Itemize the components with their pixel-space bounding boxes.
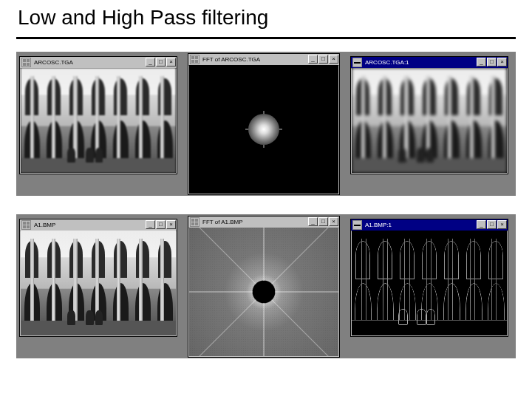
close-button[interactable]: × <box>329 55 338 64</box>
maximize-button[interactable]: □ <box>156 58 166 66</box>
close-button[interactable]: × <box>166 58 176 66</box>
title-underline <box>16 37 516 39</box>
minimize-button[interactable]: _ <box>308 217 318 226</box>
minimize-button[interactable]: _ <box>146 58 155 66</box>
window-fft-highpass: FFT of A1.BMP _ □ × <box>188 216 340 358</box>
window-result-lowpass: ARCOSC.TGA:1 _ □ × <box>350 56 508 174</box>
system-menu-icon[interactable] <box>352 58 362 67</box>
svg-rect-13 <box>191 219 194 222</box>
svg-rect-14 <box>195 219 198 222</box>
titlebar[interactable]: FFT of A1.BMP _ □ × <box>188 216 339 228</box>
svg-rect-6 <box>191 60 194 63</box>
svg-rect-4 <box>191 56 194 59</box>
row-lowpass: ARCOSC.TGA _ □ × FFT of ARCOSC.TGA _ □ <box>16 52 516 196</box>
system-menu-icon[interactable] <box>352 220 362 230</box>
window-fft-lowpass: FFT of ARCOSC.TGA _ □ × <box>188 53 340 195</box>
svg-rect-12 <box>27 225 30 228</box>
minimize-button[interactable]: _ <box>477 220 486 229</box>
svg-rect-3 <box>27 63 30 66</box>
svg-rect-0 <box>23 59 26 62</box>
maximize-button[interactable]: □ <box>487 220 497 229</box>
image-original-arches <box>21 68 176 173</box>
close-button[interactable]: × <box>166 220 176 229</box>
titlebar[interactable]: A1.BMP:1 _ □ × <box>351 219 508 231</box>
slide-title: Low and High Pass filtering <box>18 6 268 30</box>
titlebar[interactable]: ARCOSC.TGA _ □ × <box>20 57 177 69</box>
maximize-button[interactable]: □ <box>318 55 328 64</box>
system-menu-icon[interactable] <box>21 220 31 230</box>
maximize-button[interactable]: □ <box>318 217 328 226</box>
maximize-button[interactable]: □ <box>487 58 497 66</box>
close-button[interactable]: × <box>497 220 507 229</box>
minimize-button[interactable]: _ <box>308 55 318 64</box>
svg-rect-1 <box>27 59 30 62</box>
titlebar[interactable]: FFT of ARCOSC.TGA _ □ × <box>188 54 339 66</box>
image-fft-highpass <box>189 228 338 356</box>
svg-rect-17 <box>354 225 361 226</box>
svg-rect-16 <box>195 222 198 225</box>
svg-rect-2 <box>23 63 26 66</box>
svg-rect-11 <box>23 225 26 228</box>
close-button[interactable]: × <box>329 217 338 226</box>
svg-rect-8 <box>354 62 361 64</box>
window-source-1: ARCOSC.TGA _ □ × <box>19 56 177 174</box>
system-menu-icon[interactable] <box>190 55 200 64</box>
window-source-2: A1.BMP _ □ × <box>19 219 177 337</box>
image-fft-lowpass <box>189 65 338 194</box>
image-lowpass-result <box>352 68 507 173</box>
svg-rect-9 <box>23 222 26 225</box>
image-highpass-result <box>352 231 507 335</box>
maximize-button[interactable]: □ <box>156 220 166 229</box>
svg-rect-15 <box>191 222 194 225</box>
minimize-button[interactable]: _ <box>146 220 155 229</box>
system-menu-icon[interactable] <box>190 217 200 227</box>
titlebar[interactable]: ARCOSC.TGA:1 _ □ × <box>351 57 508 69</box>
window-result-highpass: A1.BMP:1 _ □ × <box>350 219 508 337</box>
row-highpass: A1.BMP _ □ × FFT of A1.BMP _ □ <box>16 214 516 358</box>
minimize-button[interactable]: _ <box>477 58 486 66</box>
image-original-arches-2 <box>21 231 176 335</box>
svg-rect-10 <box>27 222 30 225</box>
close-button[interactable]: × <box>497 58 507 66</box>
svg-rect-7 <box>195 60 198 63</box>
svg-rect-5 <box>195 56 198 59</box>
titlebar[interactable]: A1.BMP _ □ × <box>20 219 177 231</box>
system-menu-icon[interactable] <box>21 58 31 67</box>
